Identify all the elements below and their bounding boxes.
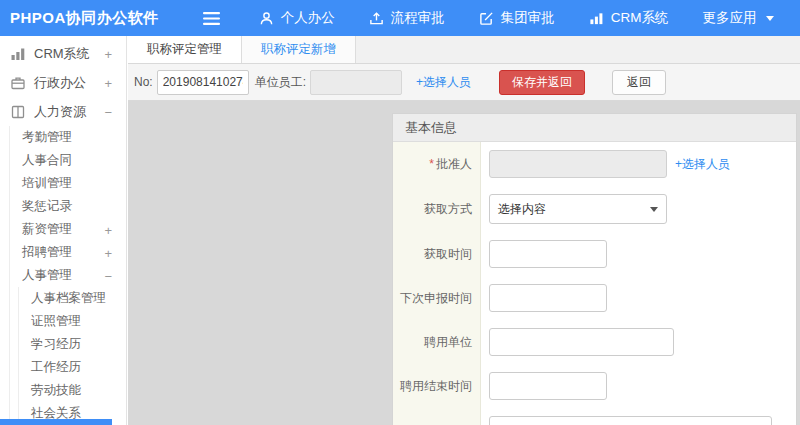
acquire-method-select[interactable]: 选择内容 bbox=[489, 194, 667, 224]
nav-item-label: 流程审批 bbox=[391, 9, 445, 27]
caret-down-icon bbox=[650, 207, 658, 212]
sidebar-item-training[interactable]: 培训管理 bbox=[10, 172, 126, 195]
bar-chart-icon bbox=[10, 46, 26, 62]
detail-label: 评定详情 bbox=[393, 408, 481, 425]
sidebar-item-label: 人事管理 bbox=[22, 267, 72, 284]
top-header-bar: PHPOA协同办公软件 个人办公 流程审批 集团审批 bbox=[0, 0, 800, 36]
approver-label: * 批准人 bbox=[393, 142, 481, 186]
nav-item-group-approval[interactable]: 集团审批 bbox=[462, 0, 572, 36]
briefcase-icon bbox=[10, 75, 26, 91]
nav-item-label: CRM系统 bbox=[611, 9, 669, 27]
sidebar-item-education-history[interactable]: 学习经历 bbox=[19, 333, 126, 356]
nav-item-more-apps[interactable]: 更多应用 bbox=[686, 0, 791, 36]
select-person-link[interactable]: +选择人员 bbox=[416, 74, 471, 91]
personnel-submenu: 人事档案管理 证照管理 学习经历 工作经历 劳动技能 社会关系 bbox=[18, 287, 126, 425]
select-person-link[interactable]: +选择人员 bbox=[675, 156, 730, 173]
sidebar-item-label: 培训管理 bbox=[22, 175, 72, 192]
field-label: 聘用单位 bbox=[424, 334, 472, 351]
record-no-label: No: bbox=[134, 75, 153, 89]
top-navigation: 个人办公 流程审批 集团审批 CRM系统 更多应用 bbox=[242, 0, 791, 36]
nav-item-label: 更多应用 bbox=[703, 9, 757, 27]
form-panel: 基本信息 * 批准人 +选择人员 获取方式 bbox=[392, 113, 797, 425]
employee-input bbox=[310, 70, 402, 95]
sidebar-item-label: 招聘管理 bbox=[22, 244, 72, 261]
next-apply-time-label: 下次申报时间 bbox=[393, 276, 481, 320]
field-label: 获取时间 bbox=[424, 246, 472, 263]
acquire-time-input[interactable] bbox=[489, 240, 607, 268]
expand-toggle-icon[interactable]: + bbox=[104, 245, 112, 260]
collapse-toggle-icon[interactable]: − bbox=[104, 104, 112, 119]
select-value: 选择内容 bbox=[498, 201, 546, 218]
toolbar: No: 单位员工: +选择人员 保存并返回 返回 bbox=[128, 64, 800, 101]
nav-item-label: 个人办公 bbox=[281, 9, 335, 27]
sidebar-item-admin-office[interactable]: 行政办公 + bbox=[0, 68, 126, 97]
brand-logo: PHPOA协同办公软件 bbox=[0, 9, 159, 28]
tab-title-eval-management[interactable]: 职称评定管理 bbox=[128, 36, 242, 63]
sidebar-item-work-history[interactable]: 工作经历 bbox=[19, 356, 126, 379]
edit-square-icon bbox=[479, 11, 494, 26]
sidebar-item-personnel[interactable]: 人事管理 − bbox=[10, 264, 126, 287]
form-row-detail: 评定详情 bbox=[393, 408, 796, 425]
sidebar-item-label: 奖惩记录 bbox=[22, 198, 72, 215]
sidebar-item-label: 证照管理 bbox=[31, 313, 81, 330]
form-section-title: 基本信息 bbox=[393, 114, 796, 142]
sidebar-item-label: 劳动技能 bbox=[31, 382, 81, 399]
user-icon bbox=[259, 11, 274, 26]
sidebar-item-label: 考勤管理 bbox=[22, 129, 72, 146]
field-label: 聘用结束时间 bbox=[400, 378, 472, 395]
next-apply-time-input[interactable] bbox=[489, 284, 607, 312]
send-up-icon bbox=[369, 11, 384, 26]
required-mark: * bbox=[429, 157, 434, 171]
field-label: 下次申报时间 bbox=[400, 290, 472, 307]
approver-input bbox=[489, 150, 667, 178]
sidebar-item-selected-partial[interactable] bbox=[0, 419, 112, 425]
employ-end-time-label: 聘用结束时间 bbox=[393, 364, 481, 408]
nav-item-personal-office[interactable]: 个人办公 bbox=[242, 0, 352, 36]
form-row-employ-end-time: 聘用结束时间 bbox=[393, 364, 796, 408]
field-label: 批准人 bbox=[436, 156, 472, 173]
sidebar-item-labor-skills[interactable]: 劳动技能 bbox=[19, 379, 126, 402]
tab-title-eval-new[interactable]: 职称评定新增 bbox=[242, 36, 356, 63]
nav-item-label: 集团审批 bbox=[501, 9, 555, 27]
sidebar-item-label: 人力资源 bbox=[34, 103, 86, 121]
save-and-return-button[interactable]: 保存并返回 bbox=[499, 70, 585, 95]
caret-down-icon bbox=[766, 16, 774, 21]
back-button[interactable]: 返回 bbox=[612, 70, 666, 95]
sidebar-item-hr[interactable]: 人力资源 − bbox=[0, 97, 126, 126]
sidebar-item-label: CRM系统 bbox=[34, 45, 90, 63]
book-icon bbox=[10, 104, 26, 120]
form-row-acquire-time: 获取时间 bbox=[393, 232, 796, 276]
detail-textarea[interactable] bbox=[489, 416, 772, 425]
phpoa-app-window: PHPOA协同办公软件 个人办公 流程审批 集团审批 bbox=[0, 0, 800, 425]
nav-item-workflow-approval[interactable]: 流程审批 bbox=[352, 0, 462, 36]
sidebar-item-salary[interactable]: 薪资管理 + bbox=[10, 218, 126, 241]
sidebar-item-label: 工作经历 bbox=[31, 359, 81, 376]
employee-label: 单位员工: bbox=[255, 74, 306, 91]
expand-toggle-icon[interactable]: + bbox=[104, 75, 112, 90]
sidebar-item-rewards[interactable]: 奖惩记录 bbox=[10, 195, 126, 218]
form-row-approver: * 批准人 +选择人员 bbox=[393, 142, 796, 186]
sidebar-item-recruitment[interactable]: 招聘管理 + bbox=[10, 241, 126, 264]
sidebar: CRM系统 + 行政办公 + 人力资源 − 考勤管理 人事合同 bbox=[0, 36, 127, 425]
acquire-time-label: 获取时间 bbox=[393, 232, 481, 276]
collapse-toggle-icon[interactable]: − bbox=[104, 268, 112, 283]
sidebar-item-label: 学习经历 bbox=[31, 336, 81, 353]
bar-chart-icon bbox=[589, 11, 604, 26]
record-no-input[interactable] bbox=[157, 70, 249, 95]
nav-item-crm-system[interactable]: CRM系统 bbox=[572, 0, 686, 36]
employer-input[interactable] bbox=[489, 328, 674, 356]
sidebar-item-hr-contract[interactable]: 人事合同 bbox=[10, 149, 126, 172]
expand-toggle-icon[interactable]: + bbox=[104, 222, 112, 237]
main-area: 职称评定管理 职称评定新增 No: 单位员工: +选择人员 保存并返回 返回 基… bbox=[128, 36, 800, 425]
menu-toggle-icon[interactable] bbox=[203, 12, 220, 25]
sidebar-item-certificates[interactable]: 证照管理 bbox=[19, 310, 126, 333]
sidebar-item-attendance[interactable]: 考勤管理 bbox=[10, 126, 126, 149]
employ-end-time-input[interactable] bbox=[489, 372, 607, 400]
sidebar-item-label: 薪资管理 bbox=[22, 221, 72, 238]
sidebar-item-crm[interactable]: CRM系统 + bbox=[0, 39, 126, 68]
tab-bar: 职称评定管理 职称评定新增 bbox=[128, 36, 800, 64]
sidebar-item-personnel-files[interactable]: 人事档案管理 bbox=[19, 287, 126, 310]
field-label: 获取方式 bbox=[424, 201, 472, 218]
sidebar-item-label: 行政办公 bbox=[34, 74, 86, 92]
expand-toggle-icon[interactable]: + bbox=[104, 46, 112, 61]
